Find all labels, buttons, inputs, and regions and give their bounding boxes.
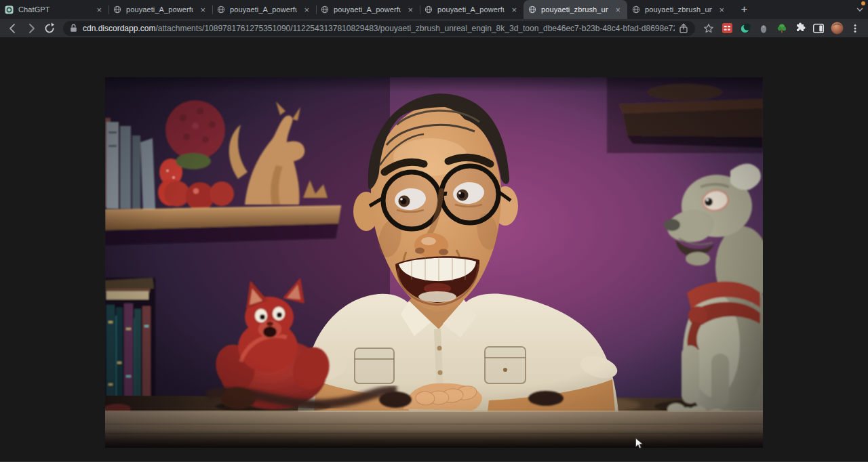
reload-icon[interactable] (41, 20, 58, 37)
moon-extension-icon[interactable] (736, 20, 754, 37)
extensions-puzzle-icon[interactable] (791, 20, 809, 37)
globe-icon (113, 5, 121, 14)
toolbar: cdn.discordapp.com/attachments/108978176… (0, 19, 868, 38)
side-panel-icon[interactable] (810, 20, 827, 37)
back-icon[interactable] (4, 20, 22, 37)
tab-close-icon[interactable]: × (94, 5, 104, 15)
tab-title: pouyaeti_zbrush_unreal_engin (645, 5, 712, 14)
tab-close-icon[interactable]: × (717, 5, 726, 15)
tab-pouyaeti-zbrush-active[interactable]: pouyaeti_zbrush_unreal_engin × (524, 0, 627, 19)
vignette (105, 77, 763, 448)
red-extension-icon[interactable] (718, 20, 736, 37)
mouse-cursor (635, 438, 645, 453)
artwork-image[interactable] (105, 77, 763, 448)
address-bar[interactable]: cdn.discordapp.com/attachments/108978176… (63, 21, 695, 36)
page-content (0, 38, 868, 462)
tab-pouyaeti-3[interactable]: pouyaeti_A_powerful_modern × (316, 0, 420, 19)
browser-window: ChatGPT × pouyaeti_A_powerful_modern × p… (0, 0, 868, 462)
lock-icon (70, 24, 77, 33)
chevron-down-icon[interactable] (856, 5, 864, 14)
globe-icon (528, 5, 536, 14)
tab-title: pouyaeti_A_powerful_modern (230, 5, 297, 14)
tab-close-icon[interactable]: × (406, 5, 415, 15)
menu-kebab-icon[interactable] (846, 20, 864, 37)
forward-icon[interactable] (22, 20, 40, 37)
tab-close-icon[interactable]: × (198, 5, 208, 15)
tab-title: pouyaeti_A_powerful_modern (334, 5, 401, 14)
url-domain: cdn.discordapp.com (83, 24, 155, 33)
bookmark-star-icon[interactable] (700, 20, 717, 37)
new-tab-button[interactable]: + (736, 1, 753, 18)
orange-status-dot (861, 1, 865, 5)
tab-close-icon[interactable]: × (613, 5, 623, 15)
tab-close-icon[interactable]: × (302, 5, 311, 15)
share-icon[interactable] (679, 23, 688, 34)
tab-chatgpt[interactable]: ChatGPT × (0, 0, 108, 19)
profile-avatar[interactable] (828, 20, 846, 37)
tab-title: pouyaeti_A_powerful_modern (126, 5, 193, 14)
artwork-svg (105, 77, 763, 448)
globe-icon (217, 5, 225, 14)
chatgpt-icon (5, 5, 14, 14)
gray-extension-icon[interactable] (755, 20, 772, 37)
globe-icon (632, 5, 640, 14)
tab-pouyaeti-zbrush-2[interactable]: pouyaeti_zbrush_unreal_engin × (627, 0, 731, 19)
tab-title: ChatGPT (18, 5, 90, 14)
tab-title: pouyaeti_A_powerful_modern (437, 5, 505, 14)
tab-title: pouyaeti_zbrush_unreal_engin (541, 5, 608, 14)
url-text[interactable]: cdn.discordapp.com/attachments/108978176… (83, 24, 675, 33)
tab-pouyaeti-4[interactable]: pouyaeti_A_powerful_modern × (420, 0, 524, 19)
globe-icon (321, 5, 329, 14)
tree-extension-icon[interactable] (773, 20, 791, 37)
tab-pouyaeti-2[interactable]: pouyaeti_A_powerful_modern × (212, 0, 316, 19)
globe-icon (425, 5, 433, 14)
tab-pouyaeti-1[interactable]: pouyaeti_A_powerful_modern × (108, 0, 212, 19)
tab-close-icon[interactable]: × (509, 5, 519, 15)
url-path: /attachments/1089781761275351090/1122543… (155, 24, 675, 33)
tab-strip: ChatGPT × pouyaeti_A_powerful_modern × p… (0, 0, 868, 19)
